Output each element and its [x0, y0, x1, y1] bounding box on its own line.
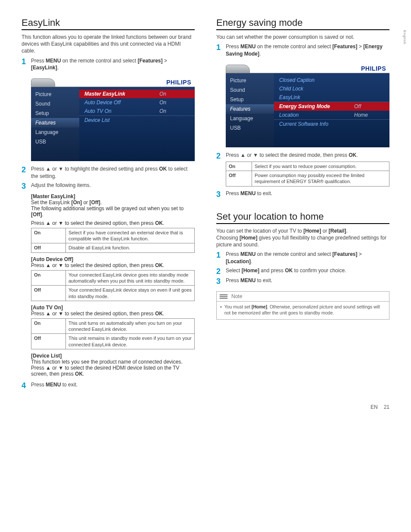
osd-row: Auto TV OnOn [79, 107, 195, 116]
step-text: Adjust the following items. [31, 182, 195, 189]
footer-page: 21 [384, 404, 389, 410]
heading-easylink: EasyLink [22, 17, 195, 30]
step-number: 2 [216, 268, 226, 275]
step-text: Select [Home] and press OK to confirm yo… [226, 267, 389, 274]
step-text: Press MENU to exit. [226, 277, 389, 284]
footer-lang: EN [371, 404, 378, 410]
osd-nav-item: USB [226, 123, 274, 133]
osd-nav-item: Sound [226, 85, 274, 95]
sub-master-easylink: [Master EasyLink] Set the EasyLink [On] … [31, 193, 195, 253]
svg-rect-2 [220, 298, 227, 299]
language-tab: English [403, 30, 407, 44]
note-label: Note [231, 293, 242, 299]
step-number: 3 [216, 190, 226, 198]
step-number: 2 [22, 166, 31, 174]
heading-energy: Energy saving mode [216, 17, 389, 30]
osd-nav-item: Language [31, 128, 79, 137]
right-column: Energy saving mode You can set whether t… [216, 17, 389, 391]
options-table: OnSelect if you want to reduce power con… [226, 162, 389, 187]
osd-row: Current Software Info [274, 120, 389, 128]
step-text: Press MENU to exit. [31, 381, 195, 389]
note-box: Note You must set [Home]. Otherwise, per… [216, 291, 389, 320]
step-text: Press MENU on the remote control and sel… [31, 57, 195, 72]
osd-row: Device List [79, 116, 195, 124]
svg-rect-0 [220, 294, 227, 296]
osd-tab-icon [31, 78, 55, 87]
sub-auto-device-off: [Auto Device Off] Press ▲ or ▼ to select… [31, 256, 195, 301]
osd-nav-item: Picture [226, 76, 274, 85]
page: EasyLink This function allows you to ope… [0, 0, 411, 404]
osd-nav: Picture Sound Setup Features Language US… [226, 73, 274, 147]
osd-energy: PHILIPS Picture Sound Setup Features Lan… [226, 62, 389, 147]
osd-row: Energy Saving ModeOff [274, 102, 389, 111]
osd-nav-item-active: Features [226, 104, 274, 114]
step-text: Press MENU on the remote control and sel… [226, 251, 389, 265]
step-number: 1 [22, 58, 31, 65]
note-icon [219, 293, 228, 300]
options-table: OnThis unit turns on automatically when … [31, 318, 195, 349]
note-text: You must set [Home]. Otherwise, personal… [219, 304, 386, 316]
osd-nav-item: Sound [31, 99, 79, 109]
options-table: OnYour connected EasyLink device goes in… [31, 270, 195, 301]
osd-nav-item: Picture [31, 90, 79, 99]
options-table: OnSelect if you have connected an extern… [31, 228, 195, 253]
osd-nav: Picture Sound Setup Features Language US… [31, 87, 79, 161]
osd-row: Master EasyLinkOn [79, 90, 195, 98]
osd-tab-icon [226, 65, 250, 73]
step-text: Press MENU on the remote control and sel… [226, 43, 389, 58]
osd-row: Child Lock [274, 84, 389, 93]
step-text: Press ▲ or ▼ to select the desired mode,… [226, 152, 389, 159]
osd-nav-item-active: Features [31, 118, 79, 128]
left-column: EasyLink This function allows you to ope… [22, 17, 195, 391]
page-footer: EN 21 [0, 404, 411, 423]
step-number: 3 [22, 182, 31, 190]
osd-main: Closed Caption Child Lock EasyLink Energ… [274, 73, 389, 147]
sub-device-list: [Device List] This function lets you see… [31, 353, 195, 377]
svg-rect-1 [220, 296, 227, 297]
step-text: Press ▲ or ▼ to highlight the desired se… [31, 165, 195, 180]
osd-nav-item: Language [226, 114, 274, 123]
osd-nav-item: Setup [31, 109, 79, 118]
location-intro: You can set the location of your TV to [… [216, 227, 389, 249]
osd-row: Auto Device OffOn [79, 98, 195, 107]
step-number: 1 [216, 251, 226, 259]
brand-logo: PHILIPS [361, 65, 386, 72]
osd-row: LocationHome [274, 111, 389, 120]
osd-row: EasyLink [274, 93, 389, 102]
osd-main: Master EasyLinkOn Auto Device OffOn Auto… [79, 87, 195, 161]
osd-row: Closed Caption [274, 76, 389, 84]
brand-logo: PHILIPS [166, 79, 191, 86]
osd-nav-item: Setup [226, 95, 274, 104]
heading-location: Set your location to home [216, 211, 389, 224]
step-number: 2 [216, 152, 226, 160]
sub-auto-tv-on: [Auto TV On] Press ▲ or ▼ to select the … [31, 305, 195, 349]
osd-nav-item: USB [31, 137, 79, 146]
step-number: 3 [216, 277, 226, 285]
step-number: 1 [216, 44, 226, 51]
energy-intro: You can set whether the power consumptio… [216, 34, 389, 40]
osd-easylink: PHILIPS Picture Sound Setup Features Lan… [31, 76, 195, 161]
step-number: 4 [22, 382, 31, 389]
easylink-intro: This function allows you to operate the … [22, 34, 195, 55]
step-text: Press MENU to exit. [226, 190, 389, 197]
